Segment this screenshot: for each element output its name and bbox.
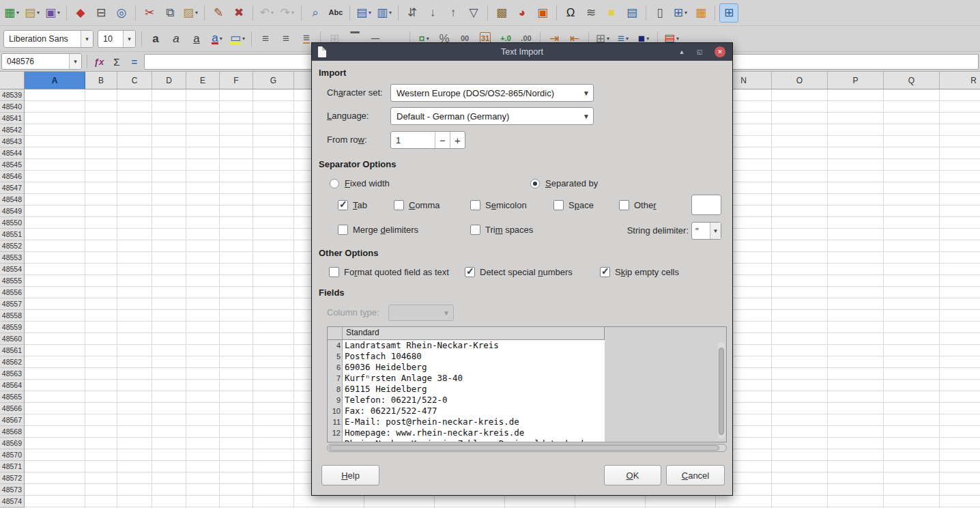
open-icon[interactable]: ▤▾ xyxy=(23,3,42,23)
row-header[interactable]: 48555 xyxy=(0,275,25,287)
function-wizard-icon[interactable]: ƒx xyxy=(91,53,107,70)
preview-vertical-scrollbar[interactable] xyxy=(718,342,725,439)
cut-icon[interactable]: ✂▾ xyxy=(140,3,159,23)
row-header[interactable]: 48572 xyxy=(0,472,25,484)
fixed-width-label[interactable]: Fixed width xyxy=(345,178,390,190)
row-header[interactable]: 48547 xyxy=(0,182,25,194)
tab-label[interactable]: Tab xyxy=(353,199,367,212)
sort-icon[interactable]: ⇵▾ xyxy=(403,3,422,23)
other-separator-input[interactable] xyxy=(691,195,721,215)
scrollbar-thumb[interactable] xyxy=(719,348,724,435)
export-pdf-icon[interactable]: ◆▾ xyxy=(71,3,90,23)
column-header[interactable]: B xyxy=(85,72,117,89)
semicolon-checkbox[interactable] xyxy=(470,200,480,210)
headers-footers-icon[interactable]: ▤▾ xyxy=(622,3,642,23)
chevron-down-icon[interactable]: ▾ xyxy=(123,31,135,47)
shade-icon[interactable]: ▲ xyxy=(676,46,687,57)
select-all-corner[interactable] xyxy=(0,72,25,89)
sidebar-icon[interactable]: ⊞▾ xyxy=(719,3,738,23)
row-header[interactable]: 48552 xyxy=(0,240,25,252)
detect-numbers-checkbox[interactable] xyxy=(465,267,475,277)
insert-chart-icon[interactable]: ◕▾ xyxy=(513,3,532,23)
row-header[interactable]: 48539 xyxy=(0,89,25,101)
preview-column-header[interactable]: Standard xyxy=(343,327,605,340)
font-name-combo[interactable]: Liberation Sans ▾ xyxy=(3,30,93,48)
row-header[interactable]: 48556 xyxy=(0,287,25,298)
row-header[interactable]: 48571 xyxy=(0,461,25,472)
plus-icon[interactable]: + xyxy=(450,132,465,148)
new-spreadsheet-icon[interactable]: ▦▾ xyxy=(2,3,21,23)
semicolon-label[interactable]: Semicolon xyxy=(485,199,527,212)
redo-icon[interactable]: ↷▾ xyxy=(278,3,297,23)
clear-formatting-icon[interactable]: ✖▾ xyxy=(229,3,248,23)
trim-spaces-checkbox[interactable] xyxy=(470,225,480,235)
row-header[interactable]: 48545 xyxy=(0,159,25,171)
column-header[interactable]: D xyxy=(152,72,186,89)
column-header[interactable]: A xyxy=(25,72,85,89)
print-preview-icon[interactable]: ◎▾ xyxy=(112,3,131,23)
special-character-icon[interactable]: Ω▾ xyxy=(561,3,580,23)
ok-button[interactable]: OK xyxy=(604,465,661,485)
row-header[interactable]: 48566 xyxy=(0,403,25,414)
other-checkbox[interactable] xyxy=(619,200,629,210)
detect-numbers-label[interactable]: Detect special numbers xyxy=(480,266,573,279)
row-header[interactable]: 48567 xyxy=(0,414,25,426)
restore-icon[interactable]: ◱ xyxy=(694,46,705,57)
tab-checkbox[interactable] xyxy=(338,200,348,210)
skip-empty-checkbox[interactable] xyxy=(600,267,610,277)
format-quoted-label[interactable]: Format quoted field as text xyxy=(344,266,449,279)
row-header[interactable]: 48562 xyxy=(0,356,25,368)
space-label[interactable]: Space xyxy=(568,199,594,212)
row-header[interactable]: 48542 xyxy=(0,124,25,136)
row-header[interactable]: 48553 xyxy=(0,252,25,264)
define-print-area-icon[interactable]: ▦▾ xyxy=(691,3,710,23)
column-header[interactable]: R xyxy=(940,72,980,89)
trim-spaces-label[interactable]: Trim spaces xyxy=(485,224,533,236)
insert-page-break-icon[interactable]: ▯▾ xyxy=(650,3,669,23)
row-header[interactable]: 48558 xyxy=(0,310,25,322)
paste-icon[interactable]: ▨▾ xyxy=(181,3,200,23)
column-header[interactable]: C xyxy=(117,72,152,89)
skip-empty-label[interactable]: Skip empty cells xyxy=(615,266,679,279)
help-button[interactable]: Help xyxy=(321,465,379,485)
align-left-icon[interactable]: ≡▾ xyxy=(256,29,275,48)
merge-delimiters-label[interactable]: Merge delimiters xyxy=(353,224,418,236)
equals-icon[interactable]: = xyxy=(126,53,143,70)
row-header[interactable]: 48560 xyxy=(0,333,25,345)
scrollbar-thumb[interactable] xyxy=(329,445,719,451)
freeze-rows-columns-icon[interactable]: ⊞▾ xyxy=(671,3,690,23)
row-header[interactable]: 48551 xyxy=(0,229,25,240)
row-header[interactable]: 48549 xyxy=(0,206,25,217)
row-header[interactable]: 48574 xyxy=(0,496,25,507)
bold-icon[interactable]: a▾ xyxy=(146,29,165,48)
space-checkbox[interactable] xyxy=(553,200,564,210)
column-header[interactable]: G xyxy=(253,72,294,89)
insert-image-icon[interactable]: ▩▾ xyxy=(492,3,511,23)
column-header[interactable]: O xyxy=(772,72,828,89)
comma-label[interactable]: Comma xyxy=(409,199,440,212)
dialog-titlebar[interactable]: Text Import ▲ ◱ ✕ xyxy=(312,43,732,61)
save-icon[interactable]: ▣▾ xyxy=(43,3,62,23)
cancel-button[interactable]: Cancel xyxy=(666,465,725,485)
sort-ascending-icon[interactable]: ↑▾ xyxy=(444,3,463,23)
clone-formatting-icon[interactable]: ✎▾ xyxy=(209,3,228,23)
row-header[interactable]: 48559 xyxy=(0,322,25,333)
row-header[interactable]: 48548 xyxy=(0,194,25,206)
row-header[interactable]: 48568 xyxy=(0,426,25,438)
row-header[interactable]: 48550 xyxy=(0,217,25,229)
find-replace-icon[interactable]: ⌕▾ xyxy=(306,3,325,23)
column-header[interactable]: F xyxy=(220,72,253,89)
row-header[interactable]: 48554 xyxy=(0,264,25,275)
row-header[interactable]: 48561 xyxy=(0,345,25,356)
other-label[interactable]: Other xyxy=(634,199,657,212)
highlight-color-icon[interactable]: ▭▾ xyxy=(228,29,247,48)
merge-delimiters-checkbox[interactable] xyxy=(338,225,348,235)
preview-horizontal-scrollbar[interactable] xyxy=(327,444,727,452)
comma-checkbox[interactable] xyxy=(394,200,404,210)
fixed-width-radio[interactable] xyxy=(330,179,339,188)
sort-descending-icon[interactable]: ↓▾ xyxy=(423,3,442,23)
freeform-line-icon[interactable]: ≋▾ xyxy=(581,3,601,23)
string-delimiter-dropdown[interactable]: " ▼ xyxy=(691,222,721,240)
row-header[interactable]: 48546 xyxy=(0,171,25,182)
italic-icon[interactable]: a▾ xyxy=(167,29,186,48)
